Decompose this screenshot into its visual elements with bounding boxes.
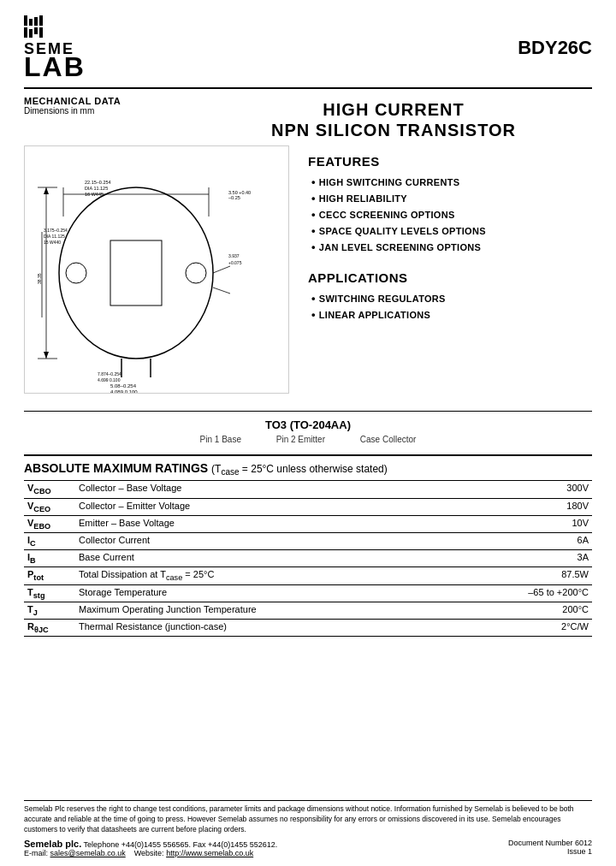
footer-telephone: Telephone +44(0)1455 556565. xyxy=(84,840,191,849)
svg-text:4.699 0.100: 4.699 0.100 xyxy=(98,377,121,383)
val-tstg: –65 to +200°C xyxy=(506,584,592,602)
svg-point-9 xyxy=(66,263,86,283)
val-vceo: 180V xyxy=(506,498,592,515)
svg-rect-3 xyxy=(39,15,43,26)
logo-lab: LAB xyxy=(24,53,86,80)
desc-tj: Maximum Operating Junction Temperature xyxy=(75,602,506,619)
svg-text:22.15–0.254: 22.15–0.254 xyxy=(85,180,111,185)
sym-ib: IB xyxy=(24,550,75,567)
svg-text:5.08–0.254: 5.08–0.254 xyxy=(110,383,137,389)
ratings-table: VCBO Collector – Base Voltage 300V VCEO … xyxy=(24,480,592,637)
val-tj: 200°C xyxy=(506,602,592,619)
device-title: HIGH CURRENT NPN SILICON TRANSISTOR xyxy=(195,96,592,140)
sym-vceo: VCEO xyxy=(24,498,75,515)
feature-item-1: HIGH SWITCHING CURRENTS xyxy=(311,174,592,190)
sym-tj: TJ xyxy=(24,602,75,619)
table-row: RθJC Thermal Resistance (junction-case) … xyxy=(24,619,592,636)
package-section: TO3 (TO-204AA) Pin 1 Base Pin 2 Emitter … xyxy=(24,411,592,444)
mech-dim: Dimensions in mm xyxy=(24,106,195,116)
package-name: TO3 (TO-204AA) xyxy=(24,418,592,431)
svg-text:3.175–0.254: 3.175–0.254 xyxy=(44,228,68,233)
mech-label: MECHANICAL DATA xyxy=(24,96,195,106)
svg-rect-4 xyxy=(24,27,27,38)
table-row: VCBO Collector – Base Voltage 300V xyxy=(24,481,592,498)
sym-rthjc: RθJC xyxy=(24,619,75,636)
svg-text:16 W445: 16 W445 xyxy=(85,192,104,197)
features-title: FEATURES xyxy=(308,154,592,169)
svg-text:+0.075: +0.075 xyxy=(228,260,242,265)
val-ic: 6A xyxy=(506,532,592,549)
svg-rect-1 xyxy=(29,19,33,26)
sym-tstg: Tstg xyxy=(24,584,75,602)
svg-line-30 xyxy=(213,266,230,273)
title-line1: HIGH CURRENT xyxy=(195,99,592,120)
footer-left: Semelab plc. Telephone +44(0)1455 556565… xyxy=(24,839,277,857)
val-ib: 3A xyxy=(506,550,592,567)
applications-title: APPLICATIONS xyxy=(308,270,592,285)
feature-item-5: JAN LEVEL SCREENING OPTIONS xyxy=(311,239,592,255)
svg-point-8 xyxy=(59,187,213,359)
table-row: Tstg Storage Temperature –65 to +200°C xyxy=(24,584,592,602)
svg-text:4.089 0.100: 4.089 0.100 xyxy=(110,389,138,394)
footer-issue: Issue 1 xyxy=(508,847,592,856)
app-item-1: SWITCHING REGULATORS xyxy=(311,290,592,306)
footer-doc-number: Document Number 6012 xyxy=(508,839,592,847)
case-label: Case Collector xyxy=(360,435,417,444)
ratings-section: ABSOLUTE MAXIMUM RATINGS (Tcase = 25°C u… xyxy=(24,454,592,637)
pin2-label: Pin 2 Emitter xyxy=(276,435,325,444)
footer-email-label: E-mail: xyxy=(24,849,48,857)
desc-rthjc: Thermal Resistance (junction-case) xyxy=(75,619,506,636)
feature-item-3: CECC SCREENING OPTIONS xyxy=(311,206,592,222)
svg-text:38.35: 38.35 xyxy=(37,273,42,284)
app-item-2: LINEAR APPLICATIONS xyxy=(311,306,592,323)
mech-title-row: MECHANICAL DATA Dimensions in mm HIGH CU… xyxy=(24,96,592,140)
footer-contact: Semelab plc. Telephone +44(0)1455 556565… xyxy=(24,839,592,857)
svg-marker-38 xyxy=(44,352,49,359)
logo-icon xyxy=(24,15,75,39)
svg-rect-7 xyxy=(39,27,43,38)
footer-right: Document Number 6012 Issue 1 xyxy=(508,839,592,856)
diagram-area: 22.15–0.254 DIA 11.125 16 W445 3.50 +0.4… xyxy=(24,145,289,394)
part-number: BDY26C xyxy=(518,37,592,59)
package-pins: Pin 1 Base Pin 2 Emitter Case Collector xyxy=(24,435,592,444)
applications-list: SWITCHING REGULATORS LINEAR APPLICATIONS xyxy=(308,290,592,323)
logo-lines-svg xyxy=(24,15,75,39)
desc-ic: Collector Current xyxy=(75,532,506,549)
desc-vebo: Emitter – Base Voltage xyxy=(75,515,506,532)
desc-ptot: Total Dissipation at Tcase = 25°C xyxy=(75,567,506,584)
svg-text:DIA 11.125: DIA 11.125 xyxy=(85,186,108,191)
desc-vcbo: Collector – Base Voltage xyxy=(75,481,506,498)
val-vcbo: 300V xyxy=(506,481,592,498)
footer-website[interactable]: http://www.semelab.co.uk xyxy=(166,849,253,857)
desc-ib: Base Current xyxy=(75,550,506,567)
sym-vebo: VEBO xyxy=(24,515,75,532)
svg-rect-2 xyxy=(34,17,38,26)
table-row: Ptot Total Dissipation at Tcase = 25°C 8… xyxy=(24,567,592,584)
desc-tstg: Storage Temperature xyxy=(75,584,506,602)
footer-email[interactable]: sales@semelab.co.uk xyxy=(50,849,126,857)
mechanical-data: MECHANICAL DATA Dimensions in mm xyxy=(24,96,195,116)
table-row: IC Collector Current 6A xyxy=(24,532,592,549)
footer: Semelab Plc reserves the right to change… xyxy=(24,800,592,857)
ratings-title: ABSOLUTE MAXIMUM RATINGS (Tcase = 25°C u… xyxy=(24,454,592,477)
sym-ptot: Ptot xyxy=(24,567,75,584)
header: SEME LAB BDY26C xyxy=(24,15,592,89)
footer-website-label: Website: xyxy=(127,849,166,857)
logo-area: SEME LAB xyxy=(24,15,86,80)
sym-vcbo: VCBO xyxy=(24,481,75,498)
table-row: VEBO Emitter – Base Voltage 10V xyxy=(24,515,592,532)
svg-rect-5 xyxy=(29,29,33,38)
svg-point-10 xyxy=(186,263,206,283)
table-row: VCEO Collector – Emitter Voltage 180V xyxy=(24,498,592,515)
table-row: IB Base Current 3A xyxy=(24,550,592,567)
svg-text:DIA 11.125: DIA 11.125 xyxy=(44,234,65,239)
title-line2: NPN SILICON TRANSISTOR xyxy=(195,120,592,140)
left-col: 22.15–0.254 DIA 11.125 16 W445 3.50 +0.4… xyxy=(24,145,298,394)
svg-rect-6 xyxy=(34,27,38,34)
right-col: FEATURES HIGH SWITCHING CURRENTS HIGH RE… xyxy=(308,145,592,394)
package-diagram: 22.15–0.254 DIA 11.125 16 W445 3.50 +0.4… xyxy=(25,146,289,394)
val-vebo: 10V xyxy=(506,515,592,532)
desc-vceo: Collector – Emitter Voltage xyxy=(75,498,506,515)
svg-text:3.937: 3.937 xyxy=(228,253,240,258)
table-row: TJ Maximum Operating Junction Temperatur… xyxy=(24,602,592,619)
